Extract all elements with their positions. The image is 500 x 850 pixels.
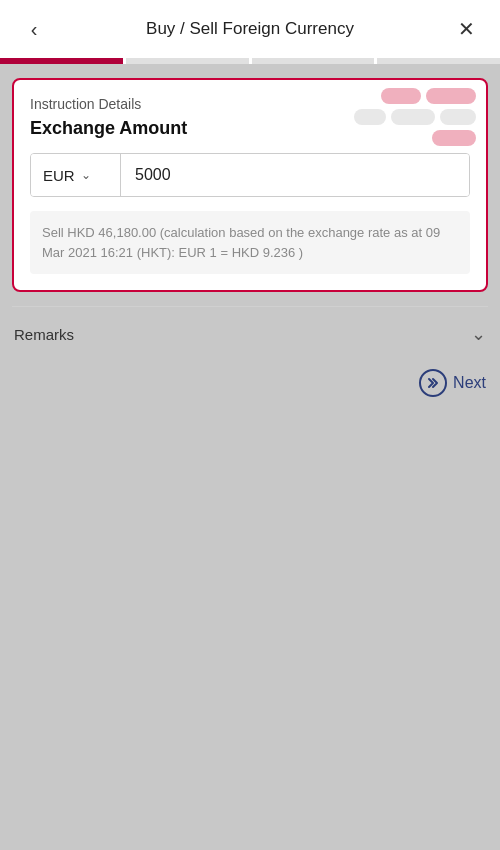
pill-5 (440, 109, 476, 125)
pill-1 (381, 88, 421, 104)
content-area: Instruction Details Exchange Amount EUR … (0, 64, 500, 306)
pill-2 (426, 88, 476, 104)
remarks-label: Remarks (14, 326, 74, 343)
pill-3 (354, 109, 386, 125)
progress-segment-4 (377, 58, 500, 64)
amount-input[interactable] (121, 154, 469, 196)
next-label: Next (453, 374, 486, 392)
progress-segment-1 (0, 58, 123, 64)
page-title: Buy / Sell Foreign Currency (52, 19, 448, 39)
progress-segment-2 (126, 58, 249, 64)
next-circle-icon (419, 369, 447, 397)
header: ‹ Buy / Sell Foreign Currency ✕ (0, 0, 500, 58)
exchange-input-row: EUR ⌄ (30, 153, 470, 197)
remarks-chevron-icon: ⌄ (471, 323, 486, 345)
close-button[interactable]: ✕ (448, 11, 484, 47)
next-area: Next (0, 361, 500, 397)
instruction-card: Instruction Details Exchange Amount EUR … (12, 78, 488, 292)
pill-4 (391, 109, 435, 125)
decorative-pills (354, 88, 476, 146)
exchange-info-text: Sell HKD 46,180.00 (calculation based on… (30, 211, 470, 274)
pill-6 (432, 130, 476, 146)
currency-code: EUR (43, 167, 75, 184)
remarks-row[interactable]: Remarks ⌄ (0, 307, 500, 361)
progress-segment-3 (252, 58, 375, 64)
next-button[interactable]: Next (419, 369, 486, 397)
currency-selector[interactable]: EUR ⌄ (31, 154, 121, 196)
currency-chevron-icon: ⌄ (81, 168, 91, 182)
back-button[interactable]: ‹ (16, 11, 52, 47)
